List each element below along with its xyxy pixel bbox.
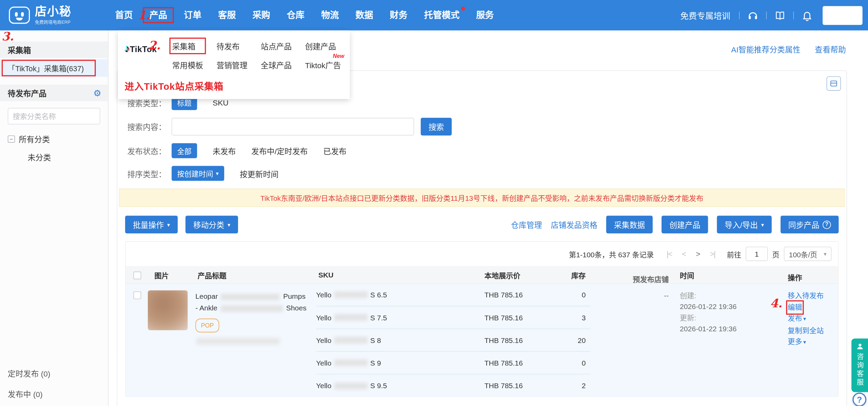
import-export-button[interactable]: 导入/导出▾ <box>717 216 772 234</box>
select-all-checkbox[interactable] <box>133 271 141 279</box>
tree-node-all-categories[interactable]: − 所有分类 <box>8 133 108 144</box>
product-title-line2[interactable]: - AnkleShoes <box>195 302 313 313</box>
app-logo[interactable]: 店小秘 免费跨境电商ERP <box>0 5 77 25</box>
bell-icon[interactable] <box>801 10 812 21</box>
sort-updated-option[interactable]: 按更新时间 <box>240 168 278 179</box>
first-page-icon[interactable]: |< <box>664 249 675 258</box>
sku-price: THB 785.16 <box>482 359 543 367</box>
next-page-icon[interactable]: > <box>693 249 703 258</box>
sidebar-item-timed-publish[interactable]: 定时发布 (0) <box>8 368 50 379</box>
title-fragment: Shoes <box>286 304 307 312</box>
view-toggle-icon[interactable] <box>827 76 841 91</box>
edit-link[interactable]: 编辑 <box>788 302 838 313</box>
page-size-select[interactable]: 100条/页▾ <box>784 247 832 261</box>
manual-book-icon[interactable] <box>774 10 785 21</box>
pagination-summary: 第1-100条，共 637 条记录 <box>569 249 654 259</box>
user-profile-box[interactable] <box>823 6 863 25</box>
nav-item-hosted-mode[interactable]: 托管模式 <box>416 0 468 30</box>
menu-item-pending-publish[interactable]: 待发布 <box>216 40 247 51</box>
move-to-pending-link[interactable]: 移入待发布 <box>788 290 838 302</box>
status-published-option[interactable]: 已发布 <box>323 145 347 156</box>
status-unpublished-option[interactable]: 未发布 <box>213 145 236 156</box>
help-button[interactable]: ? <box>853 393 866 406</box>
ai-recommend-link[interactable]: AI智能推荐分类属性 <box>731 44 800 55</box>
tree-node-uncategorized[interactable]: 未分类 <box>28 151 108 162</box>
copy-to-all-sites-link[interactable]: 复制到全站 <box>788 325 838 336</box>
col-header-image: 图片 <box>146 270 195 281</box>
nav-item-home[interactable]: 首页 <box>107 0 141 30</box>
collect-data-button[interactable]: 采集数据 <box>606 216 653 234</box>
goto-label: 前往 <box>727 249 741 259</box>
category-search-input[interactable] <box>13 112 110 120</box>
menu-item-collect-box[interactable]: 采集箱 <box>172 40 203 51</box>
nav-item-warehouse[interactable]: 仓库 <box>278 0 313 30</box>
divider <box>739 11 740 19</box>
sidebar-collect-box-header: 采集箱 <box>0 41 108 58</box>
menu-item-create-product[interactable]: 创建产品 <box>305 40 341 51</box>
status-all-chip[interactable]: 全部 <box>171 143 197 158</box>
col-header-prelaunch-store: 预发布店铺 <box>590 266 673 284</box>
publish-label: 发布 <box>788 314 802 322</box>
nav-item-logistics[interactable]: 物流 <box>313 0 347 30</box>
annotation-step-4: 4. <box>770 296 782 310</box>
search-content-input[interactable] <box>171 118 414 136</box>
sku-stock: 20 <box>543 336 590 344</box>
blurred-text <box>197 338 280 344</box>
menu-item-global-products[interactable]: 全球产品 <box>261 59 292 70</box>
sort-created-chip[interactable]: 按创建时间▾ <box>171 166 224 181</box>
top-navbar: 店小秘 免费跨境电商ERP 首页 产品 订单 客服 采购 仓库 物流 数据 财务… <box>0 0 868 30</box>
sync-products-button[interactable]: 同步产品? <box>781 216 839 234</box>
nav-item-purchase[interactable]: 采购 <box>244 0 278 30</box>
create-product-button[interactable]: 创建产品 <box>662 216 708 234</box>
view-help-link[interactable]: 查看帮助 <box>815 44 846 55</box>
row-checkbox[interactable] <box>133 292 141 299</box>
search-button[interactable]: 搜索 <box>421 118 452 136</box>
actions-cell: 移入待发布 编辑 发布▾ 复制到全站 更多▾ <box>775 284 838 397</box>
blurred-text <box>221 305 283 311</box>
sku-fragment: S 7.5 <box>370 313 387 321</box>
sidebar-item-publishing[interactable]: 发布中 (0) <box>8 388 50 399</box>
menu-item-common-templates[interactable]: 常用模板 <box>172 59 203 70</box>
menu-item-site-products[interactable]: 站点产品 <box>261 40 292 51</box>
sku-list: YelloS 6.5 THB 785.16 0 YelloS 7.5 THB 7… <box>316 284 590 397</box>
headset-icon[interactable] <box>747 10 758 21</box>
sort-created-label: 按创建时间 <box>177 168 213 179</box>
status-publishing-option[interactable]: 发布中/定时发布 <box>251 145 308 156</box>
nav-item-data[interactable]: 数据 <box>347 0 381 30</box>
annotation-tip-text: 进入TikTok站点采集箱 <box>124 78 341 92</box>
sidebar-item-tiktok-collect-box[interactable]: 「TikTok」采集箱(637) <box>0 59 108 77</box>
logo-title: 店小秘 <box>35 5 72 18</box>
prev-page-icon[interactable]: < <box>679 249 689 258</box>
shop-qualification-link[interactable]: 店铺发品资格 <box>551 219 597 230</box>
chevron-down-icon: ▾ <box>803 316 806 322</box>
product-title-cell: LeoparPumps - AnkleShoes POP <box>195 284 316 397</box>
nav-item-orders[interactable]: 订单 <box>176 0 210 30</box>
created-label: 创建: <box>680 290 775 301</box>
nav-item-services[interactable]: 服务 <box>468 0 502 30</box>
sku-row: YelloS 7.5 THB 785.16 3 <box>316 306 590 329</box>
menu-item-tiktok-ads[interactable]: Tiktok广告New <box>305 59 341 70</box>
nav-item-customer-service[interactable]: 客服 <box>210 0 244 30</box>
menu-item-marketing-manage[interactable]: 营销管理 <box>216 59 247 70</box>
page-size-value: 100条/页 <box>789 249 817 259</box>
batch-actions-button[interactable]: 批量操作▾ <box>125 216 178 234</box>
consult-customer-service-button[interactable]: 咨询客服 <box>852 339 868 392</box>
collapse-icon[interactable]: − <box>8 135 15 143</box>
divider <box>766 11 767 19</box>
free-training-link[interactable]: 免费专属培训 <box>680 9 730 21</box>
nav-item-finance[interactable]: 财务 <box>381 0 416 30</box>
blurred-text <box>334 382 368 389</box>
more-link[interactable]: 更多▾ <box>788 336 838 348</box>
search-type-sku-option[interactable]: SKU <box>213 98 228 107</box>
product-image[interactable] <box>148 290 188 330</box>
publish-link[interactable]: 发布▾ <box>788 313 838 325</box>
page-number-input[interactable] <box>746 247 768 261</box>
annotation-step-1: 1. <box>138 8 150 22</box>
gear-icon[interactable]: ⚙︎ <box>93 88 101 98</box>
warehouse-manage-link[interactable]: 仓库管理 <box>511 219 542 230</box>
move-category-button[interactable]: 移动分类▾ <box>186 216 238 234</box>
product-title-line1[interactable]: LeoparPumps <box>195 290 313 302</box>
app-window: 店小秘 免费跨境电商ERP 首页 产品 订单 客服 采购 仓库 物流 数据 财务… <box>0 0 868 406</box>
last-page-icon[interactable]: >| <box>707 249 718 258</box>
tiktok-ads-label: Tiktok广告 <box>305 61 341 70</box>
